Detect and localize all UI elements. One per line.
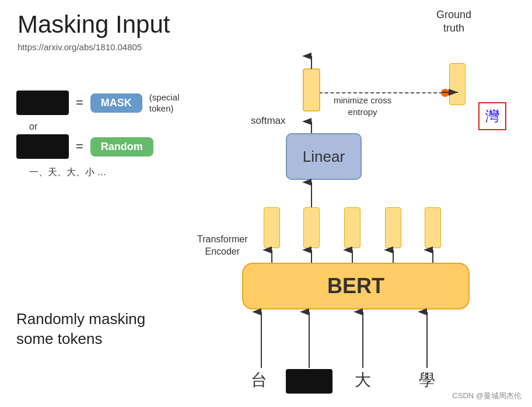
or-text: or	[29, 121, 37, 132]
black-rect-random	[16, 134, 69, 159]
dashed-arrow-line	[313, 92, 443, 93]
watermark: CSDN @曼城周杰伦	[452, 391, 522, 401]
output-token-1	[264, 207, 280, 248]
input-char-xue: 學	[419, 369, 435, 391]
chinese-char-box: 灣	[478, 102, 506, 130]
minimize-cross-entropy-label: minimize crossentropy	[334, 95, 391, 117]
mask-row: = MASK (specialtoken)	[16, 91, 180, 115]
output-token-4	[385, 207, 401, 248]
random-row: = Random	[16, 134, 153, 159]
output-token-5	[425, 207, 441, 248]
equals-sign-1: =	[76, 95, 83, 110]
masked-input-token	[286, 369, 332, 394]
randomly-masking-label: Randomly maskingsome tokens	[16, 309, 145, 349]
input-char-da: 大	[355, 369, 371, 391]
ground-truth-token	[449, 63, 466, 105]
svg-rect-10	[303, 69, 320, 111]
output-token-3	[344, 207, 360, 248]
black-rect-mask	[16, 91, 69, 115]
softmax-label: softmax	[251, 115, 286, 127]
bert-box: BERT	[242, 263, 470, 309]
subtitle-link: https://arxiv.org/abs/1810.04805	[18, 42, 142, 52]
mask-badge: MASK	[90, 93, 142, 113]
linear-box: Linear	[286, 133, 362, 180]
output-token-2	[303, 207, 320, 248]
equals-sign-2: =	[76, 139, 83, 154]
chinese-chars-label: 一、天、大、小 …	[29, 166, 106, 179]
ground-truth-label: Groundtruth	[436, 8, 471, 36]
orange-dot	[441, 89, 449, 97]
transformer-encoder-label: TransformerEncoder	[197, 234, 248, 258]
input-char-tai: 台	[251, 369, 267, 391]
special-token-label: (specialtoken)	[149, 92, 180, 114]
page-title: Masking Input	[18, 11, 170, 39]
random-badge: Random	[90, 137, 153, 156]
